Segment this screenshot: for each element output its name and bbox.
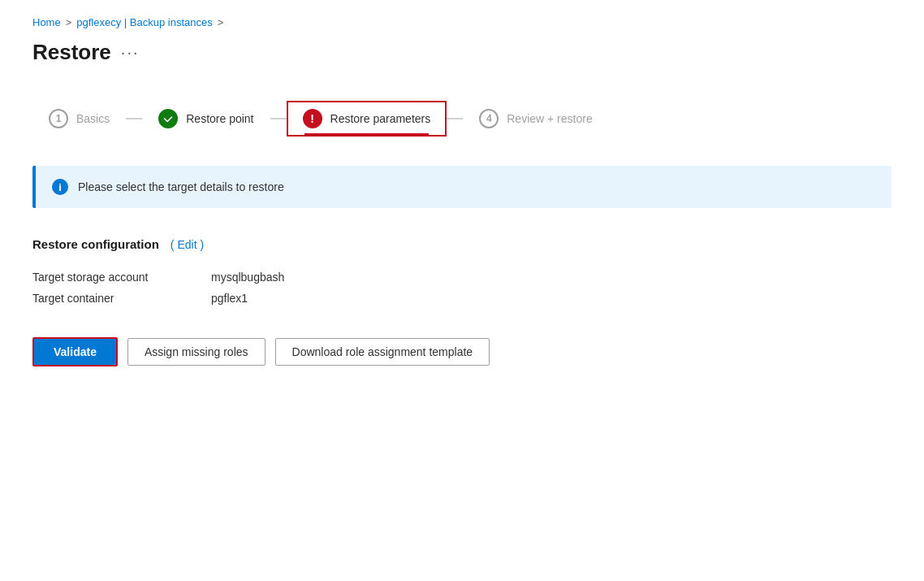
checkmark-icon: [162, 113, 174, 124]
assign-missing-roles-button[interactable]: Assign missing roles: [127, 338, 266, 366]
config-value-container: pgflex1: [211, 292, 892, 305]
step-circle-2: [158, 109, 178, 128]
page-menu-icon[interactable]: ···: [121, 43, 140, 62]
info-banner-text: Please select the target details to rest…: [78, 180, 284, 193]
wizard-step-restore-params[interactable]: ! Restore parameters: [287, 101, 447, 137]
config-table: Target storage account mysqlbugbash Targ…: [32, 271, 892, 305]
validate-button[interactable]: Validate: [32, 337, 118, 366]
step-label-restore-point: Restore point: [186, 112, 253, 125]
step-label-review: Review + restore: [507, 112, 592, 125]
step-circle-3: !: [303, 109, 322, 128]
step-connector-3: [447, 118, 463, 119]
action-buttons: Validate Assign missing roles Download r…: [32, 337, 892, 366]
info-icon: i: [52, 179, 68, 195]
config-label-container: Target container: [32, 292, 211, 305]
page-title: Restore: [32, 40, 111, 65]
step-connector-1: [126, 118, 142, 119]
wizard-step-restore-point[interactable]: Restore point: [142, 101, 270, 137]
page-title-row: Restore ···: [32, 40, 892, 65]
step-circle-1: 1: [49, 109, 68, 128]
breadcrumb-sep-1: >: [66, 16, 72, 28]
step-connector-2: [270, 118, 287, 119]
wizard-step-review[interactable]: 4 Review + restore: [463, 101, 608, 137]
config-label-storage: Target storage account: [32, 271, 211, 284]
step-label-restore-params: Restore parameters: [330, 112, 431, 125]
breadcrumb-home[interactable]: Home: [32, 16, 61, 28]
breadcrumb-backup-instances[interactable]: pgflexecy | Backup instances: [76, 16, 212, 28]
wizard-step-basics[interactable]: 1 Basics: [32, 101, 126, 137]
step-label-basics: Basics: [76, 112, 110, 125]
edit-link[interactable]: ( Edit ): [171, 238, 204, 251]
step-circle-4: 4: [479, 109, 499, 128]
download-template-button[interactable]: Download role assignment template: [275, 338, 490, 366]
page-container: Home > pgflexecy | Backup instances > Re…: [0, 0, 924, 383]
breadcrumb-sep-2: >: [218, 16, 224, 28]
wizard-steps: 1 Basics Restore point ! Restore paramet…: [32, 94, 892, 143]
breadcrumb: Home > pgflexecy | Backup instances >: [32, 16, 892, 28]
info-banner: i Please select the target details to re…: [32, 166, 892, 208]
step-underline: [304, 133, 430, 135]
restore-config-header: Restore configuration ( Edit ): [32, 237, 892, 251]
restore-config-title: Restore configuration: [32, 237, 159, 251]
config-value-storage: mysqlbugbash: [211, 271, 892, 284]
